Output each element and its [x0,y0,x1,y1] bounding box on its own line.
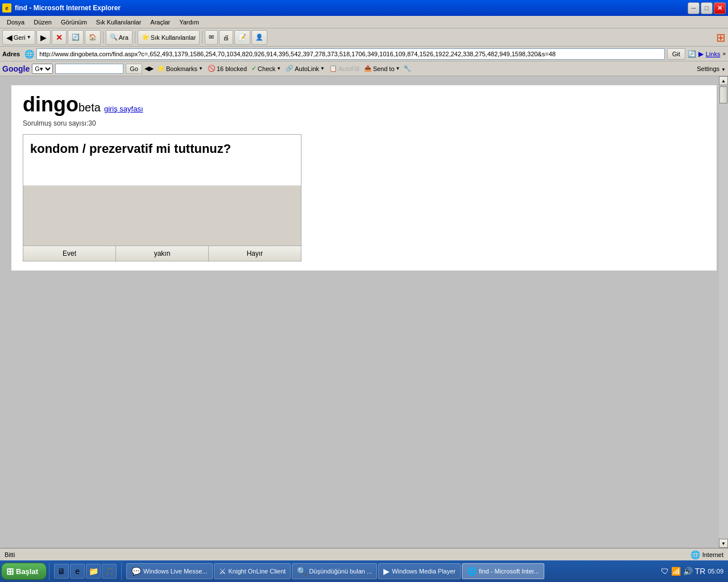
check-button[interactable]: ✓ Check ▼ [250,65,282,72]
autofill-icon: 📋 [329,65,337,72]
wmp-taskbar-label: Windows Media Player [392,568,456,575]
dingo-taskbar-icon: 🔍 [297,567,307,576]
bookmarks-dropdown-icon[interactable]: ▼ [198,66,203,71]
taskbar-app-messenger[interactable]: 💬 Windows Live Messe... [126,563,212,579]
back-button[interactable]: ◀ Geri ▼ [2,30,35,45]
check-dropdown-icon[interactable]: ▼ [276,66,281,71]
home-button[interactable]: 🏠 [85,30,101,45]
taskbar-app-wmp[interactable]: ▶ Windows Media Player [378,563,461,579]
question-count: Sorulmuş soru sayısı:30 [23,119,705,127]
tray-security-icon[interactable]: 🛡 [661,567,669,576]
close-button[interactable]: ✕ [714,2,726,14]
menu-yardim[interactable]: Yardım [175,18,204,27]
favorites-button[interactable]: ⭐ Sık Kullanılanlar [138,30,200,45]
start-button[interactable]: ⊞ Başlat [1,563,47,580]
blocked-label: 16 blocked [217,65,247,72]
site-subtitle-link[interactable]: giriş sayfası [104,105,143,113]
stop-button[interactable]: ✕ [52,30,67,45]
stop-icon: ✕ [56,33,63,42]
star-icon: ⭐ [157,65,165,72]
autolink-button[interactable]: 🔗 AutoLink ▼ [284,65,326,72]
forward-button[interactable]: ▶ [36,30,51,45]
refresh-small-icon[interactable]: 🔄 [688,50,696,58]
sendto-button[interactable]: 📤 Send to ▼ [363,65,402,72]
answer-maybe-button[interactable]: yakın [116,246,209,261]
ie-taskbar-icon: 🌐 [467,567,477,576]
mail-button[interactable]: ✉ [205,30,218,45]
google-logo: Google [2,64,30,73]
settings-button[interactable]: Settings ▼ [697,65,726,72]
google-options-icon: ◀▶ [144,65,154,72]
white-content: dingobeta giriş sayfası Sorulmuş soru sa… [11,85,717,271]
back-icon: ◀ [6,33,13,42]
check-icon: ✓ [251,65,257,72]
blocked-button[interactable]: 🚫 16 blocked [206,65,248,72]
taskbar-app-knight[interactable]: ⚔ Knight OnLine Client [214,563,291,579]
answer-buttons: Evet yakın Hayır [23,246,301,261]
menu-dosya[interactable]: Dosya [2,18,29,27]
edit-button[interactable]: 📝 [234,30,250,45]
check-label: Check [258,65,275,72]
taskbar-ie-btn[interactable]: e [70,564,85,579]
go-button[interactable]: Git [667,48,685,60]
sendto-dropdown-icon[interactable]: ▼ [396,66,400,71]
taskbar-show-desktop-btn[interactable]: 🖥 [54,564,69,579]
messenger-taskbar-label: Windows Live Messe... [143,568,207,575]
status-bar: Bitti 🌐 Internet [0,548,728,560]
google-options-extra: 🔧 [403,65,411,72]
home-icon: 🏠 [89,34,97,41]
scroll-thumb[interactable] [719,86,727,103]
autofill-button[interactable]: 📋 AutoFill [328,65,361,72]
settings-label: Settings [697,65,719,72]
maximize-button[interactable]: □ [701,2,713,14]
address-input[interactable] [36,48,665,60]
minimize-button[interactable]: ─ [688,2,700,14]
google-toolbar: Google G▾ Go ◀▶ ⭐ Bookmarks ▼ 🚫 16 block… [0,61,728,76]
menu-duzen[interactable]: Düzen [29,18,56,27]
bookmarks-button[interactable]: ⭐ Bookmarks ▼ [156,65,204,72]
google-go-button[interactable]: Go [126,64,142,74]
search-button[interactable]: 🔍 Ara [106,30,133,45]
title-bar-icon: e [2,3,11,13]
wmp-taskbar-icon: ▶ [383,567,390,576]
tray-lang-icon[interactable]: TR [695,567,706,576]
answer-yes-button[interactable]: Evet [23,246,116,261]
bookmarks-label: Bookmarks [166,65,197,72]
taskbar-folder-btn[interactable]: 📁 [86,564,101,579]
clock-display: 05:09 [708,568,723,575]
messenger-taskbar-icon: 💬 [131,567,141,576]
messenger-button[interactable]: 👤 [251,30,267,45]
address-label: Adres [2,51,22,57]
favorites-icon: ⭐ [142,34,150,41]
taskbar-tray: 🛡 📶 🔊 TR 05:09 [657,567,727,576]
google-search-type[interactable]: G▾ [32,64,53,74]
site-name-bold: dingo [23,93,78,116]
tray-sound-icon[interactable]: 🔊 [683,567,693,576]
refresh-button[interactable]: 🔄 [68,30,84,45]
edit-icon: 📝 [238,34,246,41]
vertical-scrollbar[interactable]: ▲ ▼ [719,76,728,548]
autolink-dropdown-icon[interactable]: ▼ [320,66,325,71]
autolink-icon: 🔗 [286,65,293,72]
scroll-down-button[interactable]: ▼ [719,539,728,548]
google-search-input[interactable] [55,64,123,74]
menu-araclar[interactable]: Araçlar [146,18,175,27]
ie-toolbar: ◀ Geri ▼ ▶ ✕ 🔄 🏠 🔍 Ara ⭐ Sık Kullanılanl… [0,28,728,47]
back-dropdown-icon[interactable]: ▼ [27,35,31,40]
taskbar-separator [49,563,49,580]
menu-gorunum[interactable]: Görünüm [56,18,92,27]
answer-no-button[interactable]: Hayır [209,246,301,261]
links-label[interactable]: Links [706,51,721,57]
tray-network-icon[interactable]: 📶 [671,567,681,576]
taskbar-app-dingo[interactable]: 🔍 Düşündüğünü bulan ... [292,563,377,579]
print-button[interactable]: 🖨 [219,30,233,45]
settings-dropdown-icon[interactable]: ▼ [721,67,726,72]
menu-sik-kullanilanlar[interactable]: Sık Kullanılanlar [92,18,146,27]
dingo-taskbar-label: Düşündüğünü bulan ... [309,568,372,575]
mail-icon: ✉ [209,34,214,41]
print-icon: 🖨 [223,34,229,41]
taskbar-quick-launch: 🖥 e 📁 🎵 [52,564,119,579]
scroll-up-button[interactable]: ▲ [719,76,728,85]
taskbar-media-btn[interactable]: 🎵 [102,564,117,579]
taskbar-app-ie[interactable]: 🌐 find - Microsoft Inter... [462,563,544,579]
